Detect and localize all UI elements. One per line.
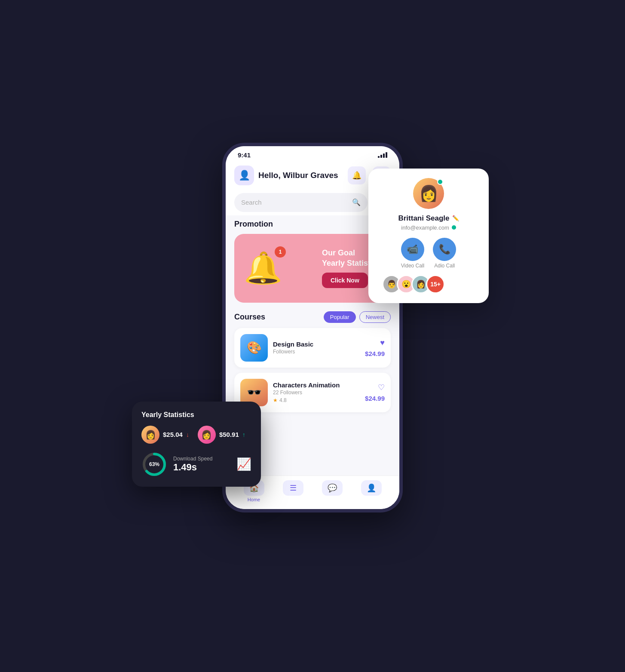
user-avatar: 👤 [234, 166, 254, 185]
nav-profile[interactable]: 👤 [361, 480, 382, 502]
stats-card: Yearly Statistics 👩 $25.04 ↓ 👩 $50.91 ↑ … [132, 402, 261, 487]
audio-call-wrap: 📞 Adio Call [433, 238, 456, 269]
promo-bell-container: 🔔 1 [244, 250, 282, 286]
circular-progress: 63% [141, 451, 167, 477]
nav-profile-icon: 👤 [361, 480, 382, 496]
bell-icon: 🔔 [352, 171, 362, 180]
status-time: 9:41 [238, 151, 251, 159]
edit-icon[interactable]: ✏️ [452, 215, 459, 221]
course-heart-design[interactable]: ♥ [380, 338, 385, 347]
signal-bar-2 [380, 155, 382, 158]
courses-title: Courses [234, 313, 265, 322]
greeting-text: Hello, Wilbur Graves [258, 171, 341, 180]
nav-home-label: Home [248, 497, 260, 502]
speed-value: 1.49s [173, 462, 230, 473]
search-bar[interactable]: Search 🔍 [234, 193, 368, 212]
stats-persons-row: 👩 $25.04 ↓ 👩 $50.91 ↑ [141, 426, 251, 444]
video-call-button[interactable]: 📹 [401, 238, 424, 261]
contact-name: Brittani Seagle ✏️ [378, 214, 479, 223]
nav-list[interactable]: ☰ [283, 480, 303, 502]
speed-info: Download Speed 1.49s [173, 456, 230, 473]
contact-avatars-row: 👨 😮 👩 15+ [378, 275, 479, 294]
stats-person-1: 👩 $25.04 ↓ [141, 426, 189, 444]
course-rating-animation: ★ 4.8 [273, 397, 360, 403]
promo-badge: 1 [275, 246, 286, 258]
tab-newest[interactable]: Newest [359, 311, 391, 323]
stats-avatar-1: 👩 [141, 426, 159, 444]
course-heart-animation[interactable]: ♡ [378, 383, 385, 392]
course-name-animation: Characters Animation [273, 381, 360, 389]
scene: 9:41 👤 Hello, Wilbur Graves 🔔 ♥ [145, 143, 480, 530]
promo-cta-button[interactable]: Click Now [322, 273, 368, 288]
signal-bars [378, 152, 387, 158]
course-right-design: ♥ $24.99 [365, 338, 385, 357]
course-thumb-design: 🎨 [240, 334, 268, 362]
star-icon: ★ [273, 397, 278, 403]
signal-bar-3 [383, 153, 385, 158]
audio-call-button[interactable]: 📞 [433, 238, 456, 261]
video-call-wrap: 📹 Video Call [401, 238, 424, 269]
course-info-animation: Characters Animation 22 Followers ★ 4.8 [273, 381, 360, 403]
call-buttons: 📹 Video Call 📞 Adio Call [378, 238, 479, 269]
progress-label: 63% [149, 461, 159, 467]
course-followers-design: Followers [273, 349, 360, 355]
signal-bar-1 [378, 156, 380, 158]
nav-chat[interactable]: 💬 [322, 480, 343, 502]
search-icon: 🔍 [352, 198, 361, 206]
speed-label: Download Speed [173, 456, 230, 462]
email-status-dot [452, 225, 456, 230]
contact-card: 👩 Brittani Seagle ✏️ info@example.com 📹 … [368, 169, 489, 303]
bell-button[interactable]: 🔔 [348, 166, 366, 184]
course-info-design: Design Basic Followers [273, 341, 360, 355]
promotion-title: Promotion [234, 220, 391, 229]
audio-call-label: Adio Call [434, 263, 455, 269]
nav-list-icon: ☰ [283, 480, 303, 496]
video-call-label: Video Call [401, 263, 424, 269]
course-followers-animation: 22 Followers [273, 390, 360, 396]
course-price-design: $24.99 [365, 350, 385, 357]
arrow-up-icon: ↑ [242, 431, 245, 438]
status-bar: 9:41 [226, 146, 399, 161]
arrow-down-icon: ↓ [186, 431, 189, 438]
course-price-animation: $24.99 [365, 395, 385, 402]
stats-amount-2: $50.91 [219, 431, 239, 438]
contact-email: info@example.com [378, 224, 479, 231]
online-status-dot [437, 179, 443, 185]
contact-avatar-wrap: 👩 [413, 178, 444, 209]
filter-tabs: Popular Newest [324, 311, 391, 323]
stats-speed-row: 63% Download Speed 1.49s 📈 [141, 451, 251, 477]
stats-avatar-2: 👩 [198, 426, 216, 444]
promo-card: 🔔 1 Our GoalYearly Statistics Click Now [234, 234, 391, 303]
extra-count-badge: 15+ [426, 275, 445, 294]
stats-person-2: 👩 $50.91 ↑ [198, 426, 245, 444]
trend-icon: 📈 [236, 457, 251, 471]
course-name-design: Design Basic [273, 341, 360, 348]
signal-bar-4 [386, 152, 387, 158]
stats-title: Yearly Statistics [141, 411, 251, 419]
tab-popular[interactable]: Popular [324, 311, 356, 323]
stats-amount-1: $25.04 [163, 431, 183, 438]
course-right-animation: ♡ $24.99 [365, 383, 385, 402]
course-card-design: 🎨 Design Basic Followers ♥ $24.99 [234, 328, 391, 368]
rating-value: 4.8 [279, 397, 287, 403]
search-placeholder: Search [241, 199, 349, 206]
courses-header: Courses Popular Newest [234, 311, 391, 323]
nav-chat-icon: 💬 [322, 480, 343, 496]
